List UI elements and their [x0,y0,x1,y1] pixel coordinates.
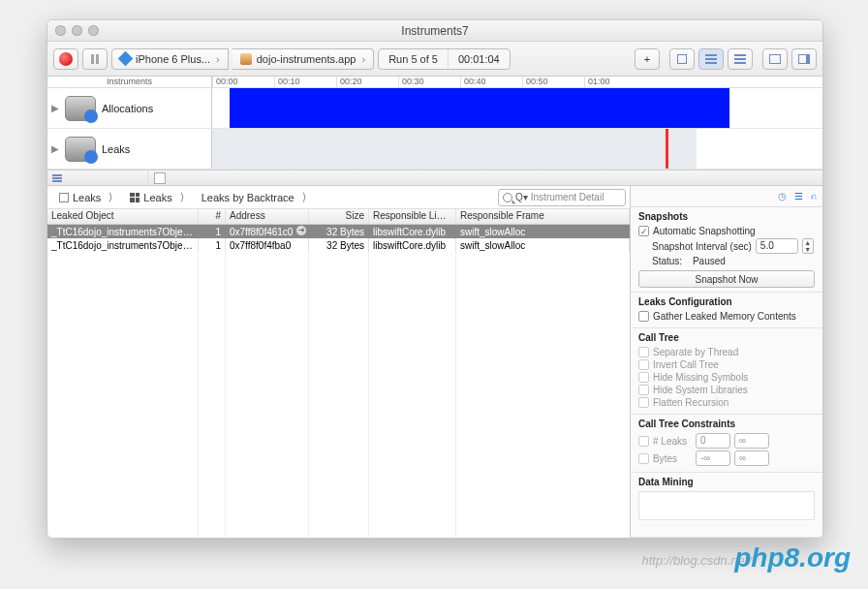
status-value: Paused [693,256,726,266]
panel-right-icon [798,54,810,64]
tick: 00:20 [336,77,398,87]
panel-left[interactable] [762,48,788,70]
ct-checkbox[interactable] [638,347,649,357]
panel-right[interactable] [791,48,817,70]
target-device[interactable]: iPhone 6 Plus... [111,48,229,70]
view-mode-2[interactable] [698,48,724,70]
view-mode-3[interactable] [728,48,753,70]
track-label: Leaks [102,143,130,155]
tick: 00:30 [398,77,460,87]
col-library[interactable]: Responsible Library [369,209,456,224]
leaks-constraint-checkbox[interactable] [638,436,649,447]
section-data-mining: Data Mining [631,473,822,538]
track-lane-allocations[interactable] [212,88,822,128]
section-title: Snapshots [638,211,815,222]
disclosure-icon[interactable]: ▶ [51,103,59,113]
lower-area: Leaks Leaks Leaks by Backtrace Q▾Instrum… [47,186,822,538]
col-frame[interactable]: Responsible Frame [456,209,630,224]
tab-clock-icon[interactable]: ◷ [778,191,787,202]
app-icon [240,53,252,65]
cell-lib: libswiftCore.dylib [369,225,456,238]
titlebar: Instruments7 [47,20,822,42]
search-input[interactable]: Q▾Instrument Detail [498,189,626,206]
col-count[interactable]: # [199,209,226,224]
app-label: dojo-instruments.app [257,53,356,65]
gather-label: Gather Leaked Memory Contents [653,311,796,322]
max-field[interactable]: ∞ [734,450,769,466]
tab-stack-icon[interactable]: ⎌ [811,191,817,202]
cell-addr: 0x7ff8f0f4fba0 [226,238,309,252]
timeline-label: Instruments [47,77,212,87]
crumb-label: Leaks by Backtrace [202,192,294,203]
snapshot-now-button[interactable]: Snapshot Now [638,270,815,288]
pause-button[interactable] [82,48,108,70]
allocations-icon [65,96,96,121]
cell-obj: _TtC16dojo_instruments7Object2 [47,238,199,252]
leaks-table: Leaked Object # Address Size Responsible… [47,209,630,538]
disclosure-icon[interactable]: ▶ [51,143,59,154]
track-allocations[interactable]: ▶ Allocations [47,88,822,129]
bytes-constraint-checkbox[interactable] [638,453,649,464]
search-placeholder: Instrument Detail [531,192,604,202]
ruler[interactable]: 00:00 00:10 00:20 00:30 00:40 00:50 01:0… [212,77,822,87]
interval-label: Snapshot Interval (sec) [652,241,752,252]
ct-opt: Hide Missing Symbols [653,372,748,383]
gather-checkbox[interactable] [638,311,649,322]
leak-marker [666,129,668,169]
device-label: iPhone 6 Plus... [136,53,210,65]
max-field[interactable]: ∞ [734,433,769,449]
col-leaked-object[interactable]: Leaked Object [47,209,199,224]
crumb-3[interactable]: Leaks by Backtrace [194,191,314,203]
tab-settings-icon[interactable]: ☰ [794,191,803,202]
detail-icon [734,54,746,64]
ct-opt: Invert Call Tree [653,359,719,370]
track-leaks[interactable]: ▶ Leaks [47,129,822,170]
zoom-dot[interactable] [88,25,99,36]
square-icon [677,54,687,64]
grid-icon [130,193,140,202]
view-mode-group [669,48,753,70]
leaks-icon [65,137,96,162]
view-mode-1[interactable] [669,48,695,70]
strategy-icon-2[interactable] [154,172,166,184]
interval-field[interactable]: 5.0 [756,238,798,254]
ct-checkbox[interactable] [638,385,649,395]
cell-frame: swift_slowAlloc [456,225,630,238]
cell-frame: swift_slowAlloc [456,238,630,252]
ct-checkbox[interactable] [638,359,649,370]
record-button[interactable] [53,48,78,70]
arrow-icon[interactable]: ➜ [296,226,306,235]
window-title: Instruments7 [47,24,822,38]
cell-obj: _TtC16dojo_instruments7Object1 [47,225,199,238]
inspector-tabs: ◷ ☰ ⎌ [631,186,822,207]
section-title: Leaks Configuration [638,296,815,307]
panel-left-icon [769,54,781,64]
run-info-bar: Run 5 of 5 00:01:04 [378,48,511,70]
track-lane-leaks[interactable] [212,129,822,169]
record-icon [59,52,73,66]
min-dot[interactable] [72,25,82,36]
min-field[interactable]: 0 [696,433,730,449]
crumb-root[interactable]: Leaks [51,191,120,203]
tick: 01:00 [584,77,646,87]
crumb-2[interactable]: Leaks [122,191,191,203]
col-address[interactable]: Address [226,209,309,224]
section-constraints: Call Tree Constraints # Leaks0∞ Bytes-∞∞ [631,415,822,473]
section-call-tree: Call Tree Separate by Thread Invert Call… [631,328,822,415]
min-field[interactable]: -∞ [696,450,730,466]
table-row[interactable]: _TtC16dojo_instruments7Object1 1 0x7ff8f… [47,225,630,238]
tick: 00:50 [522,77,584,87]
col-size[interactable]: Size [309,209,369,224]
table-row[interactable]: _TtC16dojo_instruments7Object2 1 0x7ff8f… [47,238,630,252]
strategy-icon-1[interactable] [47,170,67,185]
target-app[interactable]: dojo-instruments.app [232,48,374,70]
run-info[interactable]: Run 5 of 5 [379,49,449,69]
ct-checkbox[interactable] [638,397,649,408]
add-instrument-button[interactable]: + [635,48,660,70]
ct-checkbox[interactable] [638,372,649,383]
traffic-lights [55,25,99,36]
interval-stepper[interactable]: ▲▼ [802,238,814,254]
table-header: Leaked Object # Address Size Responsible… [47,209,630,225]
auto-snapshot-checkbox[interactable]: ✓ [638,226,649,236]
close-dot[interactable] [55,25,66,36]
